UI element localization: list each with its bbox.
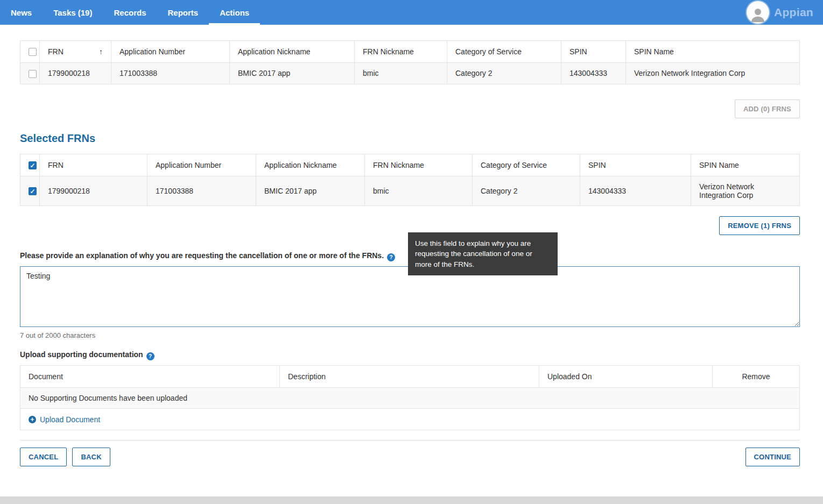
table-row: 1799000218 171003388 BMIC 2017 app bmic …	[20, 176, 800, 205]
nav-item-records[interactable]: Records	[103, 0, 157, 25]
column-header-spin[interactable]: SPIN	[580, 154, 691, 176]
user-avatar-icon[interactable]	[747, 1, 769, 24]
column-header-spin-name[interactable]: SPIN Name	[626, 41, 800, 63]
column-header-spin[interactable]: SPIN	[561, 41, 626, 63]
column-header-frn-nickname[interactable]: FRN Nickname	[355, 41, 447, 63]
add-frns-button[interactable]: ADD (0) FRNS	[735, 100, 800, 118]
cell-spin-name: Verizon Network Integration Corp	[626, 63, 800, 84]
cell-category-of-service: Category 2	[447, 63, 561, 84]
column-header-spin-name[interactable]: SPIN Name	[691, 154, 800, 176]
cell-application-number: 171003388	[111, 63, 230, 84]
cell-category-of-service: Category 2	[473, 176, 580, 205]
table-header-row: Document Description Uploaded On Remove	[20, 365, 800, 387]
upload-link-row: + Upload Document	[20, 408, 800, 430]
appian-logo: Appian	[774, 6, 813, 19]
nav-item-news[interactable]: News	[0, 0, 43, 25]
table-row: 1799000218 171003388 BMIC 2017 app bmic …	[20, 63, 800, 84]
cell-frn-nickname: bmic	[355, 63, 447, 84]
table-header-row: FRN ↑ Application Number Application Nic…	[20, 41, 800, 63]
table-header-row: FRN Application Number Application Nickn…	[20, 154, 800, 176]
selected-frns-heading: Selected FRNs	[20, 132, 800, 145]
documents-table: Document Description Uploaded On Remove …	[20, 365, 800, 430]
no-documents-message: No Supporting Documents have been upload…	[20, 387, 800, 408]
column-header-category-of-service[interactable]: Category of Service	[447, 41, 561, 63]
upload-documentation-label: Upload supporting documentation?	[20, 350, 800, 360]
back-button[interactable]: BACK	[72, 448, 110, 466]
column-header-application-number[interactable]: Application Number	[147, 154, 256, 176]
upload-document-link[interactable]: + Upload Document	[29, 415, 100, 424]
column-header-application-number[interactable]: Application Number	[111, 41, 230, 63]
selected-frns-table: FRN Application Number Application Nickn…	[20, 154, 800, 206]
available-frns-table: FRN ↑ Application Number Application Nic…	[20, 40, 800, 84]
cell-application-number: 171003388	[147, 176, 256, 205]
column-header-application-nickname[interactable]: Application Nickname	[256, 154, 365, 176]
column-header-description: Description	[280, 365, 539, 387]
character-counter: 7 out of 2000 characters	[20, 331, 800, 339]
cancel-button[interactable]: CANCEL	[20, 448, 67, 466]
nav-item-tasks[interactable]: Tasks (19)	[43, 0, 103, 25]
main-content: FRN ↑ Application Number Application Nic…	[0, 25, 823, 466]
column-header-document: Document	[20, 365, 280, 387]
select-all-checkbox[interactable]	[29, 161, 37, 169]
nav-menu: News Tasks (19) Records Reports Actions	[0, 0, 260, 25]
cell-spin: 143004333	[561, 63, 626, 84]
column-header-category-of-service[interactable]: Category of Service	[473, 154, 580, 176]
column-header-remove: Remove	[713, 365, 800, 387]
remove-frns-button[interactable]: REMOVE (1) FRNS	[719, 216, 800, 235]
column-header-frn-nickname[interactable]: FRN Nickname	[365, 154, 473, 176]
column-header-frn[interactable]: FRN	[40, 154, 147, 176]
footer-divider	[20, 440, 800, 441]
empty-state-row: No Supporting Documents have been upload…	[20, 387, 800, 408]
column-header-application-nickname[interactable]: Application Nickname	[230, 41, 355, 63]
cell-frn-nickname: bmic	[365, 176, 473, 205]
explanation-section: Use this field to explain why you are re…	[20, 251, 800, 339]
help-icon[interactable]: ?	[387, 253, 395, 261]
sort-ascending-icon[interactable]: ↑	[99, 47, 103, 56]
cell-spin: 143004333	[580, 176, 691, 205]
page: News Tasks (19) Records Reports Actions …	[0, 0, 823, 496]
person-icon	[749, 5, 767, 24]
help-tooltip: Use this field to explain why you are re…	[408, 232, 558, 276]
continue-button[interactable]: CONTINUE	[745, 448, 800, 466]
nav-right-area: Appian	[747, 0, 813, 25]
cell-application-nickname: BMIC 2017 app	[256, 176, 365, 205]
column-header-frn[interactable]: FRN ↑	[40, 41, 111, 63]
cell-frn: 1799000218	[40, 63, 111, 84]
explanation-label: Please provide an explanation of why you…	[20, 251, 395, 260]
help-icon[interactable]: ?	[146, 352, 154, 360]
row-select-checkbox[interactable]	[29, 187, 37, 195]
cell-spin-name: Verizon Network Integration Corp	[691, 176, 800, 205]
plus-icon: +	[29, 416, 36, 423]
cell-frn: 1799000218	[40, 176, 147, 205]
column-header-uploaded-on: Uploaded On	[539, 365, 713, 387]
select-all-checkbox[interactable]	[29, 48, 37, 56]
footer-actions: CANCEL BACK CONTINUE	[20, 448, 800, 466]
nav-item-actions[interactable]: Actions	[209, 0, 260, 25]
row-select-checkbox[interactable]	[29, 70, 37, 78]
top-navigation-bar: News Tasks (19) Records Reports Actions …	[0, 0, 823, 25]
cell-application-nickname: BMIC 2017 app	[230, 63, 355, 84]
nav-item-reports[interactable]: Reports	[157, 0, 209, 25]
